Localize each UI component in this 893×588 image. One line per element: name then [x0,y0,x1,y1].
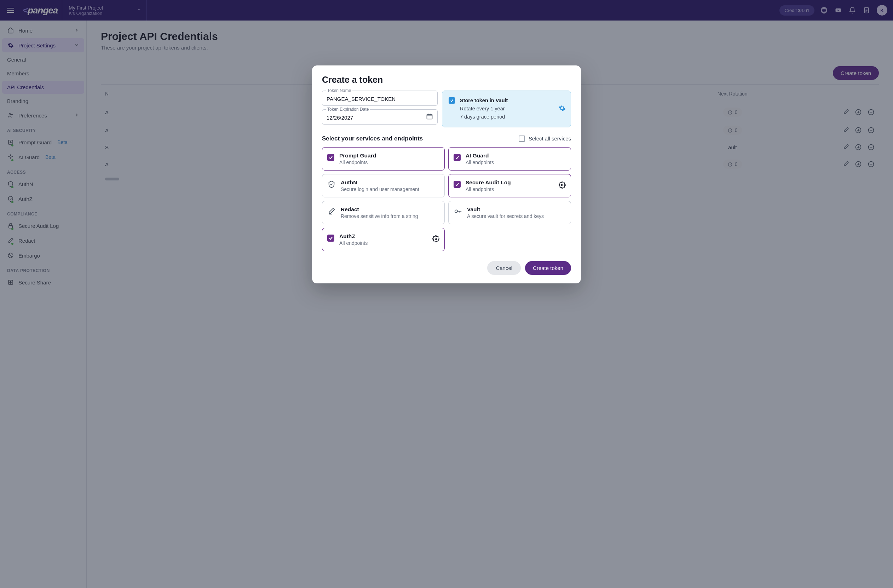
gear-icon[interactable] [432,235,439,244]
checkbox-icon [519,135,525,142]
service-desc: A secure vault for secrets and keys [467,214,544,219]
modal-title: Create a token [322,75,571,85]
svg-rect-36 [427,114,432,119]
checkbox-checked-icon [327,154,334,161]
service-card-vault[interactable]: VaultA secure vault for secrets and keys [448,201,571,224]
service-card-redact[interactable]: RedactRemove sensitive info from a strin… [322,201,445,224]
select-services-label: Select your services and endpoints [322,135,423,142]
modal-create-button[interactable]: Create token [525,261,571,275]
service-desc: Remove sensitive info from a string [341,214,418,219]
checkbox-checked-icon [327,235,334,242]
vault-checkbox[interactable] [449,97,455,104]
token-name-input[interactable] [322,91,437,105]
service-desc: All endpoints [466,159,494,165]
service-name: Vault [467,206,544,213]
field-token-name: Token Name [322,90,437,106]
service-desc: Secure login and user management [341,186,419,192]
service-card-ai-guard[interactable]: AI GuardAll endpoints [448,147,571,170]
token-name-label: Token Name [326,88,352,93]
service-card-secure-audit-log[interactable]: Secure Audit LogAll endpoints [448,174,571,197]
cancel-button[interactable]: Cancel [487,261,521,275]
gear-icon[interactable] [559,105,566,113]
calendar-icon[interactable] [426,113,433,121]
svg-point-46 [435,238,437,239]
select-all-checkbox[interactable]: Select all services [519,135,571,142]
service-name: AI Guard [466,152,494,159]
key-icon [454,207,462,215]
service-card-prompt-guard[interactable]: Prompt GuardAll endpoints [322,147,445,170]
checkbox-checked-icon [454,181,461,188]
service-card-authn[interactable]: AuthNSecure login and user management [322,174,445,197]
service-desc: All endpoints [466,186,511,192]
service-name: Redact [341,206,418,213]
create-token-modal: Create a token Token Name Token Expirati… [312,65,581,283]
svg-point-42 [455,210,457,212]
vault-card[interactable]: Store token in Vault Rotate every 1 year… [442,90,571,127]
vault-text: Store token in Vault Rotate every 1 year… [460,96,508,121]
svg-point-40 [561,184,563,186]
field-expiration: Token Expiration Date [322,109,437,125]
service-desc: All endpoints [339,159,376,165]
service-name: Secure Audit Log [466,179,511,186]
gear-icon[interactable] [559,182,566,190]
expiration-label: Token Expiration Date [326,107,370,112]
service-name: AuthZ [339,233,368,239]
expiration-input[interactable] [322,110,437,124]
service-card-authz[interactable]: AuthZAll endpoints [322,228,445,251]
select-all-label: Select all services [529,135,571,141]
service-desc: All endpoints [339,240,368,246]
checkbox-checked-icon [454,154,461,161]
modal-overlay: Create a token Token Name Token Expirati… [0,0,893,588]
pen-icon [327,207,336,215]
service-name: Prompt Guard [339,152,376,159]
service-name: AuthN [341,179,419,186]
shield-icon [327,180,336,189]
